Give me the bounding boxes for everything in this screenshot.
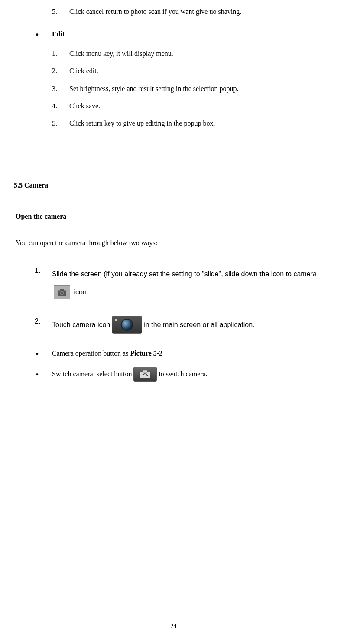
svg-point-3 <box>61 292 63 294</box>
intro-paragraph: You can open the camera through below tw… <box>16 238 338 248</box>
list-number: 1. <box>35 265 52 276</box>
text-before: Camera operation button as <box>52 350 130 357</box>
edit-heading-row: ● Edit <box>36 29 338 39</box>
document-page: 5. Click cancel return to photo scan if … <box>0 7 347 639</box>
open-camera-ways-list: 1. Slide the screen (if you already set … <box>35 265 338 334</box>
list-number: 1. <box>52 49 69 58</box>
list-number: 4. <box>52 101 69 111</box>
list-number: 5. <box>52 119 69 128</box>
list-text: Set brightness, style and result setting… <box>69 84 239 94</box>
edit-heading: Edit <box>52 29 65 39</box>
section-heading: 5.5 Camera <box>14 181 338 190</box>
list-text-container: Touch camera icon in the main screen or … <box>52 316 338 334</box>
list-text: Click return key to give up editing in t… <box>69 119 215 128</box>
svg-rect-5 <box>143 370 147 372</box>
switch-camera-icon <box>133 367 157 382</box>
list-item: 4. Click save. <box>52 101 338 111</box>
list-text-container: Slide the screen (if you already set the… <box>52 265 338 301</box>
text-before: Switch camera: select button <box>52 369 132 379</box>
list-text: Click menu key, it will display menu. <box>69 49 173 58</box>
text-after: to switch camera. <box>159 369 207 379</box>
list-text-container: Camera operation button as Picture 5-2 <box>52 349 162 358</box>
page-number: 24 <box>0 622 347 631</box>
camera-color-icon <box>112 316 142 334</box>
subsection-heading: Open the camera <box>16 212 338 221</box>
list-item: 5. Click return key to give up editing i… <box>52 119 338 128</box>
list-text: Click cancel return to photo scan if you… <box>69 7 241 16</box>
list-text: Click save. <box>69 101 100 111</box>
bullet-icon: ● <box>36 350 52 357</box>
bold-text: Picture 5-2 <box>130 350 162 357</box>
continued-numbered-list: 5. Click cancel return to photo scan if … <box>52 7 338 16</box>
list-item: 3. Set brightness, style and result sett… <box>52 84 338 94</box>
list-text-container: Switch camera: select button to switch c… <box>52 367 208 382</box>
list-item: 1. Click menu key, it will display menu. <box>52 49 338 58</box>
list-text: Click edit. <box>69 66 98 76</box>
text-after: in the main screen or all application. <box>144 319 254 330</box>
svg-rect-1 <box>60 289 64 291</box>
bullet-icon: ● <box>36 371 52 378</box>
text-before: Slide the screen (if you already set the… <box>52 270 317 278</box>
text-after: icon. <box>74 288 88 296</box>
list-item: 2. Touch camera icon in the main screen … <box>35 316 338 334</box>
list-item: 1. Slide the screen (if you already set … <box>35 265 338 301</box>
list-number: 2. <box>35 316 52 327</box>
list-number: 3. <box>52 84 69 94</box>
list-number: 2. <box>52 66 69 76</box>
list-item: 5. Click cancel return to photo scan if … <box>52 7 338 16</box>
camera-gray-icon <box>54 285 70 299</box>
list-number: 5. <box>52 7 69 16</box>
list-item: 2. Click edit. <box>52 66 338 76</box>
edit-steps-list: 1. Click menu key, it will display menu.… <box>52 49 338 129</box>
bullet-icon: ● <box>36 31 52 38</box>
list-item: ● Switch camera: select button to switch… <box>36 367 338 382</box>
camera-features-list: ● Camera operation button as Picture 5-2… <box>36 349 338 382</box>
text-before: Touch camera icon <box>52 319 110 330</box>
list-item: ● Camera operation button as Picture 5-2 <box>36 349 338 358</box>
svg-rect-4 <box>140 372 150 378</box>
